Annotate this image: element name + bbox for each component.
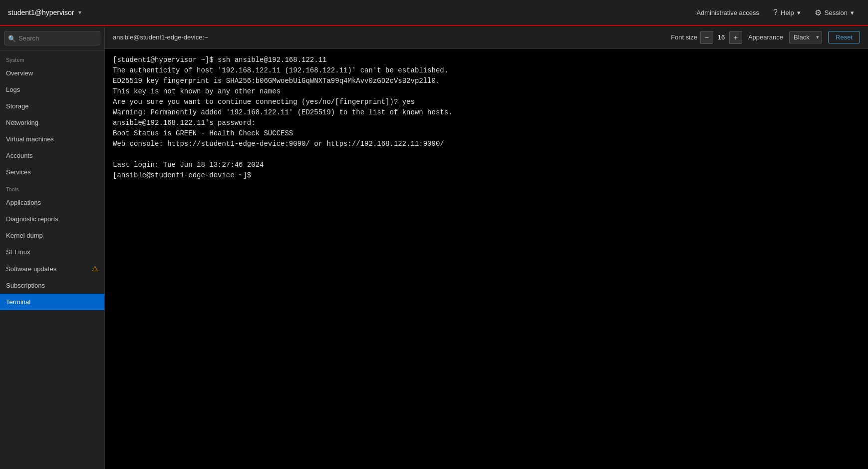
sidebar-item-virtual-machines[interactable]: Virtual machines: [0, 131, 104, 147]
reset-button[interactable]: Reset: [828, 31, 860, 43]
terminal-title: ansible@student1-edge-device:~: [113, 33, 665, 41]
sidebar-item-networking[interactable]: Networking: [0, 114, 104, 131]
header-title: student1@hypervisor: [8, 8, 74, 16]
terminal-container: ansible@student1-edge-device:~ Font size…: [105, 26, 868, 469]
session-button[interactable]: ⚙ Session ▾: [809, 5, 860, 20]
sidebar-item-selinux[interactable]: SELinux: [0, 244, 104, 260]
sidebar-item-services[interactable]: Services: [0, 164, 104, 180]
help-icon: ?: [773, 8, 778, 17]
appearance-select-wrapper: Black White: [789, 31, 822, 43]
search-input[interactable]: [4, 31, 100, 45]
appearance-label: Appearance: [748, 33, 783, 41]
header-chevron-icon[interactable]: ▾: [78, 9, 81, 16]
system-section-label: System: [0, 51, 104, 65]
terminal-output[interactable]: [student1@hypervisor ~]$ ssh ansible@192…: [105, 49, 868, 469]
help-chevron-icon: ▾: [797, 9, 801, 16]
font-size-decrease-button[interactable]: −: [700, 31, 713, 44]
header-left: student1@hypervisor ▾: [8, 8, 81, 16]
main-container: 🔍 System Overview Logs Storage Networkin…: [0, 26, 868, 469]
header-right: Administrative access ? Help ▾ ⚙ Session…: [690, 5, 860, 20]
font-size-increase-button[interactable]: +: [729, 31, 742, 44]
sidebar: 🔍 System Overview Logs Storage Networkin…: [0, 26, 105, 469]
search-icon: 🔍: [8, 34, 16, 42]
font-size-controls: Font size − 16 +: [671, 31, 742, 44]
search-wrapper: 🔍: [4, 31, 100, 45]
session-chevron-icon: ▾: [851, 9, 854, 16]
sidebar-item-applications[interactable]: Applications: [0, 194, 104, 211]
sidebar-item-accounts[interactable]: Accounts: [0, 147, 104, 164]
sidebar-item-software-updates[interactable]: Software updates ⚠: [0, 260, 104, 277]
sidebar-item-terminal[interactable]: Terminal: [0, 294, 104, 310]
sidebar-item-diagnostic-reports[interactable]: Diagnostic reports: [0, 211, 104, 227]
sidebar-item-storage[interactable]: Storage: [0, 98, 104, 114]
sidebar-item-subscriptions[interactable]: Subscriptions: [0, 277, 104, 294]
font-size-label: Font size: [671, 33, 697, 41]
gear-icon: ⚙: [815, 8, 822, 17]
appearance-select[interactable]: Black White: [789, 31, 822, 43]
sidebar-item-overview[interactable]: Overview: [0, 65, 104, 81]
sidebar-item-kernel-dump[interactable]: Kernel dump: [0, 227, 104, 244]
admin-access-label: Administrative access: [696, 9, 759, 16]
warning-icon: ⚠: [92, 265, 98, 273]
tools-section-label: Tools: [0, 180, 104, 194]
session-label: Session: [825, 9, 848, 16]
header: student1@hypervisor ▾ Administrative acc…: [0, 0, 868, 26]
sidebar-search-area: 🔍: [0, 26, 104, 51]
font-size-value: 16: [716, 33, 726, 41]
terminal-toolbar: ansible@student1-edge-device:~ Font size…: [105, 26, 868, 49]
help-label: Help: [781, 9, 794, 16]
help-button[interactable]: ? Help ▾: [767, 5, 807, 20]
admin-access-button[interactable]: Administrative access: [690, 6, 765, 19]
sidebar-item-logs[interactable]: Logs: [0, 81, 104, 98]
